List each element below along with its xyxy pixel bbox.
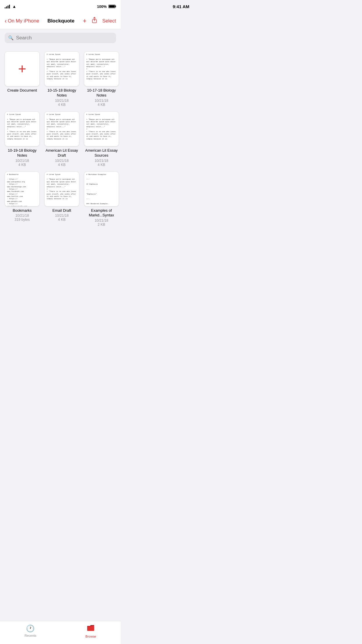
file-date-bio3: 10/21/18 — [15, 159, 29, 163]
file-thumbnail-amlit1: # Lorem Ipsum > "Neque porro quisquam es… — [44, 111, 79, 146]
file-thumbnail-markdown: # Markdown Examples --- ## Emphasis ... … — [84, 172, 119, 206]
signal-bar-2 — [6, 6, 7, 8]
nav-back-group[interactable]: ‹ On My iPhone — [5, 18, 39, 24]
share-button[interactable] — [91, 17, 98, 25]
doc-preview-amlit2: # Lorem Ipsum > "Neque porro quisquam es… — [84, 112, 119, 146]
file-date-amlit2: 10/21/18 — [95, 159, 108, 163]
back-label[interactable]: On My iPhone — [8, 18, 39, 24]
status-left: ▲ — [5, 4, 16, 9]
file-item-amlit1[interactable]: # Lorem Ipsum > "Neque porro quisquam es… — [44, 111, 79, 167]
file-name-amlit2: American Lit Essay Sources — [84, 148, 119, 158]
file-date-markdown: 10/21/18 — [95, 218, 108, 223]
file-date-bio2: 10/21/18 — [95, 99, 108, 103]
signal-bar-3 — [8, 6, 8, 8]
file-size-bio3: 4 KB — [18, 163, 26, 167]
file-name-markdown: Examples of Markd...Syntax — [84, 208, 119, 218]
doc-preview-bio2: # Lorem Ipsum > "Neque porro quisquam es… — [84, 52, 119, 86]
file-size-bio2: 4 KB — [98, 103, 105, 107]
nav-actions: + Select — [83, 17, 116, 25]
file-item-bio1[interactable]: # Lorem Ipsum > "Neque porro quisquam es… — [44, 51, 79, 107]
file-item-bookmarks[interactable]: # Bookmarks - https:// www.wikipedia.org… — [5, 172, 40, 227]
search-input[interactable] — [16, 35, 113, 41]
file-thumbnail-create: + — [5, 51, 40, 86]
file-size-bookmarks: 319 bytes — [15, 218, 30, 222]
signal-bars — [5, 4, 10, 8]
file-name-bio3: 10-19-18 Biology Notes — [5, 148, 40, 158]
doc-preview-emaildraft: # Lorem Ipsum > "Neque porro quisquam es… — [45, 172, 79, 206]
file-name-amlit1: American Lit Essay Draft — [44, 148, 79, 158]
file-thumbnail-bio2: # Lorem Ipsum > "Neque porro quisquam es… — [84, 51, 119, 86]
file-item-bio2[interactable]: # Lorem Ipsum > "Neque porro quisquam es… — [84, 51, 119, 107]
battery-indicator — [108, 5, 116, 8]
search-bar: 🔍 — [5, 33, 116, 43]
add-button[interactable]: + — [83, 17, 87, 25]
file-size-bio1: 4 KB — [58, 103, 66, 107]
file-date-emaildraft: 10/21/18 — [55, 214, 69, 218]
file-item-bio3[interactable]: # Lorem Ipsum > "Neque porro quisquam es… — [5, 111, 40, 167]
status-right: 100% — [97, 4, 116, 9]
file-size-emaildraft: 4 KB — [58, 218, 66, 222]
file-thumbnail-emaildraft: # Lorem Ipsum > "Neque porro quisquam es… — [44, 172, 79, 206]
doc-preview-bio1: # Lorem Ipsum > "Neque porro quisquam es… — [45, 52, 79, 86]
select-button[interactable]: Select — [102, 18, 116, 24]
file-name-bookmarks: Bookmarks — [13, 208, 31, 213]
battery-body — [108, 5, 115, 8]
file-thumbnail-amlit2: # Lorem Ipsum > "Neque porro quisquam es… — [84, 111, 119, 146]
file-size-amlit1: 4 KB — [58, 163, 66, 167]
search-icon: 🔍 — [8, 35, 14, 41]
file-name-bio2: 10-17-18 Biology Notes — [84, 88, 119, 98]
search-container: 🔍 — [0, 29, 121, 47]
file-item-create[interactable]: +Create Document — [5, 51, 40, 107]
doc-preview-bio3: # Lorem Ipsum > "Neque porro quisquam es… — [5, 112, 39, 146]
battery-fill — [109, 5, 115, 8]
file-thumbnail-bookmarks: # Bookmarks - https:// www.wikipedia.org… — [5, 172, 40, 206]
status-bar: ▲ 9:41 AM 100% — [0, 0, 121, 13]
create-doc-plus-icon: + — [18, 62, 26, 76]
file-name-create: Create Document — [7, 88, 37, 93]
wifi-icon: ▲ — [12, 4, 16, 9]
file-date-bookmarks: 10/21/18 — [15, 214, 29, 218]
file-date-bio1: 10/21/18 — [55, 99, 69, 103]
battery-percent: 100% — [97, 4, 107, 9]
doc-preview-bookmarks: # Bookmarks - https:// www.wikipedia.org… — [5, 172, 39, 206]
file-thumbnail-bio1: # Lorem Ipsum > "Neque porro quisquam es… — [44, 51, 79, 86]
file-size-markdown: 2 KB — [98, 223, 105, 227]
file-item-emaildraft[interactable]: # Lorem Ipsum > "Neque porro quisquam es… — [44, 172, 79, 227]
file-item-markdown[interactable]: # Markdown Examples --- ## Emphasis ... … — [84, 172, 119, 227]
file-size-amlit2: 4 KB — [98, 163, 105, 167]
signal-bar-1 — [5, 7, 6, 8]
back-arrow-icon: ‹ — [5, 18, 7, 24]
file-name-bio1: 10-15-18 Biology Notes — [44, 88, 79, 98]
battery-tip — [115, 6, 116, 7]
doc-preview-markdown: # Markdown Examples --- ## Emphasis ... … — [84, 172, 119, 206]
file-name-emaildraft: Email Draft — [52, 208, 71, 213]
file-grid: +Create Document# Lorem Ipsum > "Neque p… — [0, 47, 121, 231]
file-thumbnail-bio3: # Lorem Ipsum > "Neque porro quisquam es… — [5, 111, 40, 146]
signal-bar-4 — [9, 5, 10, 8]
doc-preview-amlit1: # Lorem Ipsum > "Neque porro quisquam es… — [45, 112, 79, 146]
nav-bar: ‹ On My iPhone Blockquote + Select — [0, 13, 121, 29]
file-item-amlit2[interactable]: # Lorem Ipsum > "Neque porro quisquam es… — [84, 111, 119, 167]
nav-title: Blockquote — [48, 18, 75, 24]
file-date-amlit1: 10/21/18 — [55, 159, 69, 163]
